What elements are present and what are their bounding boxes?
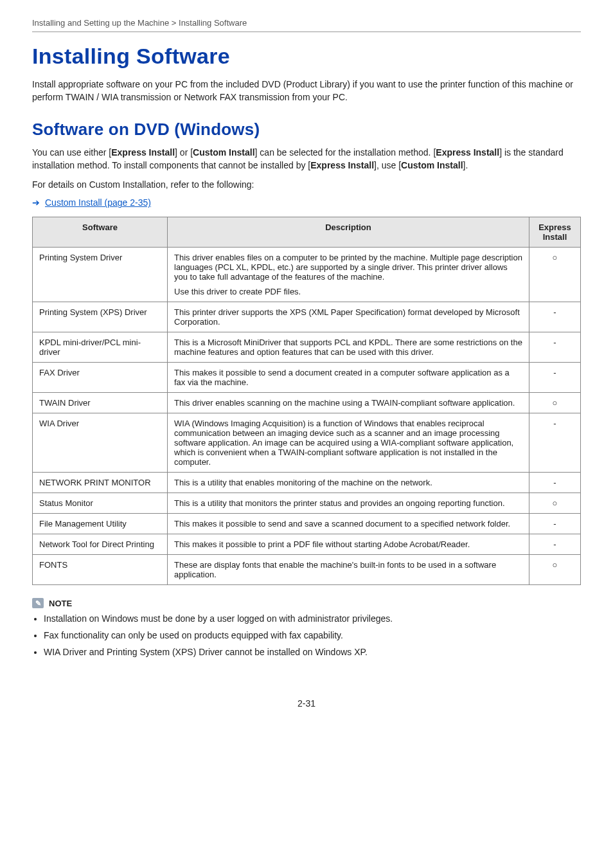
note-box: ✎ NOTE Installation on Windows must be d… [32,598,581,659]
cell-express: - [529,413,581,473]
section-heading-software-dvd: Software on DVD (Windows) [32,120,581,140]
cell-software: FAX Driver [33,363,168,393]
page-title: Installing Software [32,44,581,69]
cell-express: - [529,363,581,393]
arrow-right-icon: ➔ [32,198,40,207]
cell-software: File Management Utility [33,514,168,534]
cell-description: This driver enables files on a computer … [168,248,529,302]
install-method-paragraph: You can use either [Express Install] or … [32,146,581,172]
table-row: File Management Utility This makes it po… [33,514,581,534]
note-item: Fax functionality can only be used on pr… [44,629,581,643]
table-row: Network Tool for Direct Printing This ma… [33,534,581,555]
table-row: Printing System Driver This driver enabl… [33,248,581,302]
cell-express: ○ [529,393,581,413]
table-row: Printing System (XPS) Driver This printe… [33,302,581,332]
cell-software: WIA Driver [33,413,168,473]
text-fragment: ], use [ [374,160,401,170]
cell-software: KPDL mini-driver/PCL mini-driver [33,332,168,363]
cell-description: This makes it possible to print a PDF fi… [168,534,529,555]
cell-description: This is a Microsoft MiniDriver that supp… [168,332,529,363]
note-item: WIA Driver and Printing System (XPS) Dri… [44,646,581,660]
cell-express: - [529,332,581,363]
col-header-express-install: Express Install [529,217,581,248]
page-container: Installing and Setting up the Machine > … [0,0,613,734]
cell-description: This is a utility that monitors the prin… [168,493,529,514]
text-fragment: ] can be selected for the installation m… [255,147,436,158]
page-number: 2-31 [32,698,581,709]
cell-express: ○ [529,248,581,302]
custom-install-link[interactable]: Custom Install (page 2-35) [45,197,151,208]
cell-express: - [529,473,581,493]
cell-software: FONTS [33,555,168,585]
cell-description: This makes it possible to send and save … [168,514,529,534]
cell-express: - [529,302,581,332]
note-label: NOTE [49,599,72,608]
table-header-row: Software Description Express Install [33,217,581,248]
col-header-software: Software [33,217,168,248]
note-header: ✎ NOTE [32,598,581,608]
bold-custom-install: Custom Install [193,147,254,158]
details-line: For details on Custom Installation, refe… [32,178,581,191]
breadcrumb: Installing and Setting up the Machine > … [32,18,581,32]
cell-express: - [529,534,581,555]
cell-software: Network Tool for Direct Printing [33,534,168,555]
note-list: Installation on Windows must be done by … [32,612,581,659]
cell-express: ○ [529,493,581,514]
bold-custom-install: Custom Install [401,160,463,170]
table-row: TWAIN Driver This driver enables scannin… [33,393,581,413]
intro-paragraph: Install appropriate software on your PC … [32,78,581,104]
bold-express-install: Express Install [111,147,175,158]
software-table: Software Description Express Install Pri… [32,217,581,585]
cell-software: NETWORK PRINT MONITOR [33,473,168,493]
cell-description: These are display fonts that enable the … [168,555,529,585]
table-row: KPDL mini-driver/PCL mini-driver This is… [33,332,581,363]
breadcrumb-divider [32,32,581,32]
cell-description: This printer driver supports the XPS (XM… [168,302,529,332]
table-row: WIA Driver WIA (Windows Imaging Acquisit… [33,413,581,473]
table-row: NETWORK PRINT MONITOR This is a utility … [33,473,581,493]
reference-link-row: ➔ Custom Install (page 2-35) [32,197,581,208]
note-icon: ✎ [32,598,44,608]
cell-software: Printing System (XPS) Driver [33,302,168,332]
cell-express: - [529,514,581,534]
cell-description: WIA (Windows Imaging Acquisition) is a f… [168,413,529,473]
cell-description: This makes it possible to send a documen… [168,363,529,393]
cell-description: This driver enables scanning on the mach… [168,393,529,413]
text-fragment: ] or [ [175,147,193,158]
text-fragment: You can use either [ [32,147,111,158]
text-fragment: ]. [463,160,468,170]
note-item: Installation on Windows must be done by … [44,612,581,626]
cell-express: ○ [529,555,581,585]
table-row: Status Monitor This is a utility that mo… [33,493,581,514]
bold-express-install: Express Install [436,147,499,158]
cell-software: Status Monitor [33,493,168,514]
desc-extra: Use this driver to create PDF files. [174,287,522,296]
desc-text: This driver enables files on a computer … [174,253,522,282]
table-row: FAX Driver This makes it possible to sen… [33,363,581,393]
bold-express-install: Express Install [310,160,374,170]
col-header-description: Description [168,217,529,248]
cell-software: TWAIN Driver [33,393,168,413]
table-row: FONTS These are display fonts that enabl… [33,555,581,585]
cell-software: Printing System Driver [33,248,168,302]
cell-description: This is a utility that enables monitorin… [168,473,529,493]
